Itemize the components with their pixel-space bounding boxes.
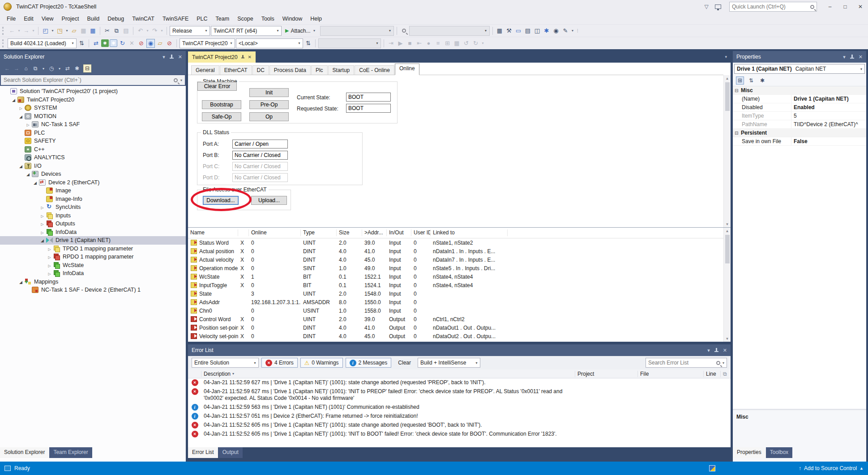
combo-dropdown-icon[interactable]: ▾: [860, 67, 862, 71]
toolbar-grip[interactable]: [2, 27, 4, 35]
variable-row[interactable]: Status Word X 0 UINT 2.0 39.0 Input 0 nS…: [188, 238, 723, 247]
menu-item[interactable]: Team: [212, 14, 234, 23]
solution-explorer-title-bar[interactable]: Solution Explorer ▾ ✕: [0, 51, 186, 63]
paste-icon[interactable]: ▤: [122, 26, 130, 35]
variable-row[interactable]: Control Word X 0 UINT 2.0 39.0 Output 0 …: [188, 315, 723, 323]
menu-item[interactable]: Scope: [233, 14, 257, 23]
watch-icon[interactable]: ⊞: [443, 39, 452, 48]
variable-row[interactable]: InputToggle X 0 BIT 0.1 1524.1 Input 0 n…: [188, 281, 723, 289]
state-button[interactable]: Op: [249, 112, 289, 121]
current-state-field[interactable]: [346, 93, 391, 102]
sync-version-icon[interactable]: ⇅: [77, 39, 86, 48]
se-sync-icon[interactable]: ⇄: [64, 64, 71, 72]
choose-target-icon[interactable]: ⇄: [92, 39, 100, 48]
panel-tab[interactable]: Properties: [733, 447, 765, 458]
se-back-icon[interactable]: ←: [4, 64, 10, 72]
property-row[interactable]: Misc: [733, 86, 866, 95]
window-position-chevron-icon[interactable]: ▾: [843, 54, 846, 60]
state-button[interactable]: Clear Error: [197, 82, 237, 91]
solution-search-box[interactable]: ▾: [1, 75, 185, 85]
state-button[interactable]: Bootstrap: [202, 100, 241, 109]
expander-icon[interactable]: [47, 270, 52, 276]
alphabetical-icon[interactable]: ⇅: [747, 76, 755, 85]
build-version-combo[interactable]: Build 4024.12 (Loaded)▾: [8, 38, 77, 48]
menu-item[interactable]: File: [3, 14, 20, 23]
tree-item[interactable]: SyncUnits: [0, 203, 186, 212]
errors-filter-button[interactable]: 4 Errors: [261, 358, 298, 368]
step-out-icon[interactable]: ⇤: [415, 39, 423, 48]
variable-row[interactable]: WcState X 1 BIT 0.1 1522.1 Input 0 nStat…: [188, 272, 723, 281]
requested-state-field[interactable]: [346, 104, 391, 113]
panel-tab[interactable]: Team Explorer: [49, 447, 92, 458]
scrollbar-thumb[interactable]: [725, 235, 730, 263]
redo-icon[interactable]: ↷: [150, 26, 159, 35]
pin-board-icon[interactable]: ▦: [496, 26, 504, 35]
new-project-icon[interactable]: ◰: [41, 26, 50, 35]
copy-icon[interactable]: ⧉: [112, 26, 121, 35]
property-value[interactable]: TIID^Device 2 (EtherCAT)^: [791, 121, 866, 127]
twincat-runtime-status-icon[interactable]: [709, 465, 715, 471]
panel-tab[interactable]: Solution Explorer: [0, 447, 49, 458]
property-row[interactable]: Disabled Enabled: [733, 103, 866, 112]
variable-row[interactable]: Actual position X 0 DINT 4.0 41.0 Input …: [188, 247, 723, 255]
expand-icon[interactable]: ▲: [859, 466, 864, 471]
messages-filter-button[interactable]: 2 Messages: [346, 358, 392, 368]
se-pending-changes-icon[interactable]: ◷: [48, 64, 55, 72]
feedback-icon[interactable]: [715, 4, 721, 9]
state-button[interactable]: Safe-Op: [202, 112, 241, 121]
device-tab[interactable]: DC: [252, 65, 269, 75]
grid-scrollbar[interactable]: ▲▼: [723, 228, 731, 342]
expander-icon[interactable]: [39, 229, 45, 235]
error-source-combo[interactable]: Build + IntelliSense▾: [418, 358, 480, 368]
toolbar-combo-empty-2[interactable]: ▾: [409, 26, 490, 36]
se-collapse-all-icon[interactable]: ⊟: [83, 64, 91, 72]
device-tab[interactable]: Startup: [328, 65, 355, 75]
menu-item[interactable]: Tools: [257, 14, 278, 23]
property-row[interactable]: ItemType 5: [733, 112, 866, 120]
save-all-icon[interactable]: ▦: [89, 26, 97, 35]
tree-item[interactable]: SAFETY: [0, 137, 186, 145]
tree-item[interactable]: Drive 1 (Capitan NET): [0, 236, 186, 245]
close-icon[interactable]: ✕: [178, 54, 182, 60]
tree-item[interactable]: Devices: [0, 170, 186, 178]
se-forward-icon[interactable]: →: [13, 64, 20, 72]
menu-item[interactable]: Help: [306, 14, 326, 23]
step-into-icon[interactable]: ⇥: [387, 39, 395, 48]
new-project-dropdown-icon[interactable]: ▾: [51, 26, 55, 35]
notifications-filter-icon[interactable]: ▽: [701, 4, 712, 10]
tree-item[interactable]: NC-Task 1 SAF: [0, 120, 186, 129]
attach-button[interactable]: ▶ Attach... ▾: [282, 26, 319, 35]
expander-icon[interactable]: [47, 262, 52, 268]
device-tab[interactable]: Plc: [311, 65, 328, 75]
help-circle-icon[interactable]: ◉: [552, 26, 560, 35]
se-scope-dropdown-icon[interactable]: ▾: [42, 64, 45, 72]
find-icon[interactable]: [400, 26, 408, 35]
expander-icon[interactable]: [39, 221, 45, 227]
property-pages-icon[interactable]: ✱: [758, 76, 766, 85]
config-mode-icon[interactable]: ✱: [101, 39, 109, 47]
add-item-dropdown-icon[interactable]: ▾: [65, 26, 69, 35]
restart-twincat-icon[interactable]: ↻: [118, 39, 127, 48]
tree-item[interactable]: RPDO 1 mapping parameter: [0, 253, 186, 261]
stop-restart-icon[interactable]: ⊘: [137, 39, 145, 48]
tree-item[interactable]: TPDO 1 mapping parameter: [0, 245, 186, 253]
tree-item[interactable]: C++: [0, 145, 186, 154]
window-position-chevron-icon[interactable]: ▾: [162, 54, 165, 60]
tree-item[interactable]: Mappings: [0, 278, 186, 286]
expander-icon[interactable]: [32, 179, 38, 186]
pin-icon[interactable]: [714, 348, 718, 353]
tree-item[interactable]: ANALYTICS: [0, 153, 186, 162]
menu-item[interactable]: Build: [83, 14, 103, 23]
close-icon[interactable]: ✕: [859, 54, 863, 60]
property-row[interactable]: Save in own File False: [733, 137, 866, 146]
settings-gear-icon[interactable]: ✱: [543, 26, 551, 35]
state-button[interactable]: Init: [249, 88, 289, 97]
tree-item[interactable]: I/O: [0, 162, 186, 170]
schedule-icon[interactable]: ▤: [524, 26, 532, 35]
open-folder-icon[interactable]: ▱: [70, 26, 78, 35]
device-tab[interactable]: Process Data: [269, 65, 311, 75]
scrollbar-thumb[interactable]: [725, 82, 730, 111]
se-scope-icon[interactable]: ⧉: [32, 64, 38, 72]
sync-target-icon[interactable]: ⇅: [304, 39, 312, 48]
redo-dropdown-icon[interactable]: ▾: [160, 26, 164, 35]
